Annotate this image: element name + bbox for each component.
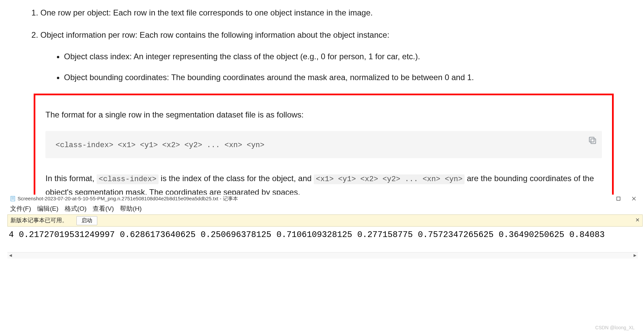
svg-rect-1: [589, 137, 594, 142]
scroll-right-icon[interactable]: ▶: [632, 253, 638, 259]
menu-edit[interactable]: 编辑(E): [37, 204, 58, 214]
p2-pre: In this format,: [45, 174, 97, 183]
launch-button[interactable]: 启动: [76, 216, 97, 225]
inline-code-class-index: <class-index>: [97, 174, 159, 184]
horizontal-scrollbar[interactable]: ◀ ▶: [7, 252, 638, 259]
list-item-3-text: Object information per row: Each row con…: [40, 30, 389, 39]
svg-rect-6: [617, 197, 620, 200]
ordered-list: One row per object: Each row in the text…: [20, 7, 624, 83]
list-item-2: One row per object: Each row in the text…: [40, 7, 624, 19]
code-block: <class-index> <x1> <y1> <x2> <y2> ... <x…: [45, 131, 602, 158]
format-intro-text: The format for a single row in the segme…: [45, 109, 602, 121]
document-body: One row per object: Each row in the text…: [0, 0, 644, 221]
menu-file[interactable]: 文件(F): [10, 204, 31, 214]
copy-icon[interactable]: [588, 136, 597, 145]
list-item-3: Object information per row: Each row con…: [40, 29, 624, 83]
maximize-button[interactable]: [611, 195, 626, 202]
inline-code-coords: <x1> <y1> <x2> <y2> ... <xn> <yn>: [314, 174, 465, 184]
menu-bar: 文件(F) 编辑(E) 格式(O) 查看(V) 帮助(H): [7, 203, 644, 214]
scroll-left-icon[interactable]: ◀: [7, 253, 13, 259]
window-titlebar[interactable]: Screenshot-2023-07-20-at-5-10-55-PM_png.…: [7, 195, 644, 203]
svg-rect-2: [11, 196, 15, 201]
p2-mid: is the index of the class for the object…: [159, 174, 314, 183]
menu-format[interactable]: 格式(O): [65, 204, 87, 214]
sub-list: Object class index: An integer represent…: [40, 51, 624, 83]
bullet-class-index: Object class index: An integer represent…: [64, 51, 624, 63]
code-content: <class-index> <x1> <y1> <x2> <y2> ... <x…: [56, 141, 265, 149]
menu-view[interactable]: 查看(V): [93, 204, 114, 214]
window-title: Screenshot-2023-07-20-at-5-10-55-PM_png.…: [18, 195, 238, 203]
text-content[interactable]: 4 0.21727019531249997 0.6286173640625 0.…: [7, 227, 644, 252]
watermark-text: CSDN @loong_XL: [595, 324, 635, 331]
notepad-window: Screenshot-2023-07-20-at-5-10-55-PM_png.…: [7, 195, 644, 259]
bullet-bounding-coords: Object bounding coordinates: The boundin…: [64, 71, 624, 83]
notice-text: 新版本记事本已可用。: [10, 216, 68, 225]
menu-help[interactable]: 帮助(H): [120, 204, 141, 214]
svg-rect-0: [591, 139, 596, 143]
update-notice-bar: 新版本记事本已可用。 启动 ✕: [7, 214, 643, 227]
close-button[interactable]: [626, 195, 641, 202]
notepad-icon: [10, 196, 15, 201]
dismiss-notice-icon[interactable]: ✕: [635, 216, 640, 224]
